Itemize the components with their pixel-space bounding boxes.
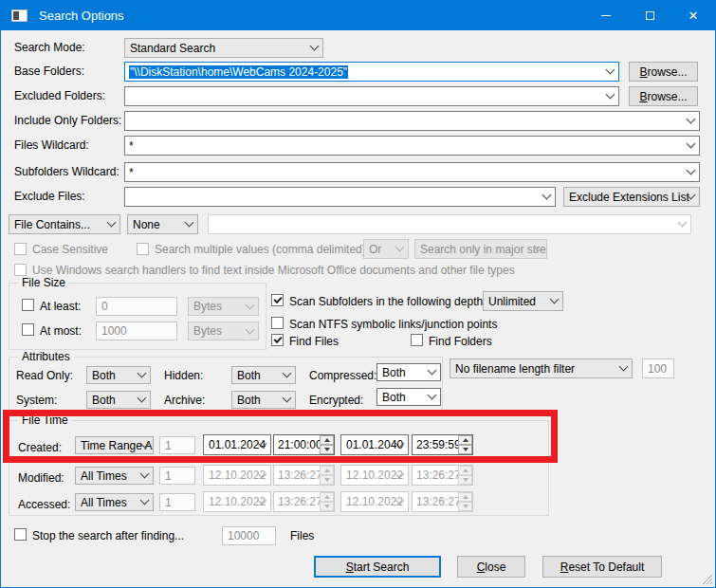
close-button[interactable]: ✕: [671, 1, 715, 30]
at-least-checkbox[interactable]: [22, 299, 34, 311]
chevron-down-icon[interactable]: [134, 367, 150, 383]
chevron-down-icon[interactable]: [103, 215, 119, 233]
scan-subfolders-checkbox[interactable]: [271, 294, 284, 306]
file-size-group-label: File Size: [18, 276, 69, 289]
filename-length-filter-select[interactable]: No filename length filter: [450, 358, 633, 378]
find-folders-label: Find Folders: [429, 335, 492, 348]
window-title: Search Options: [39, 9, 124, 23]
chevron-down-icon[interactable]: [137, 437, 153, 453]
chevron-down-icon[interactable]: [674, 215, 690, 233]
search-mode-select[interactable]: Standard Search: [124, 38, 323, 58]
filename-length-input[interactable]: 100: [642, 358, 674, 378]
chevron-down-icon[interactable]: [279, 367, 295, 383]
spin-up-button[interactable]: [458, 435, 472, 445]
read-only-select[interactable]: Both: [86, 366, 151, 384]
chevron-down-icon[interactable]: [134, 392, 150, 408]
created-count-input[interactable]: 1: [159, 436, 195, 454]
chevron-down-icon[interactable]: [546, 292, 562, 310]
created-date-to-select[interactable]: 01.01.2040: [340, 434, 409, 455]
chevron-down-icon[interactable]: [683, 163, 699, 181]
at-most-unit-value: Bytes: [193, 324, 222, 338]
compressed-value: Both: [382, 366, 406, 379]
subfolders-wildcard-combo[interactable]: *: [124, 162, 700, 182]
accessed-time-from-spinner: 13:26:27: [273, 491, 335, 512]
chevron-down-icon: [254, 466, 270, 485]
chevron-down-icon[interactable]: [279, 392, 295, 408]
chevron-down-icon[interactable]: [392, 435, 408, 454]
browse-excluded-folders-button[interactable]: Browse...: [629, 86, 698, 106]
at-least-label: At least:: [40, 300, 81, 313]
find-files-checkbox[interactable]: [271, 334, 284, 346]
exclude-files-combo[interactable]: [124, 187, 556, 207]
created-date-from-select[interactable]: 01.01.2024: [203, 434, 271, 455]
accessed-mode-select[interactable]: All Times: [75, 493, 154, 511]
chevron-down-icon[interactable]: [137, 494, 153, 510]
minimize-button[interactable]: [584, 1, 628, 30]
chevron-down-icon[interactable]: [137, 468, 153, 484]
search-mode-value: Standard Search: [130, 42, 215, 55]
hidden-select[interactable]: Both: [231, 366, 296, 384]
base-folders-combo[interactable]: "\\DiskStation\home\WebCams 2024-2025": [124, 62, 619, 82]
modified-time-to-value: 13:26:27: [416, 469, 461, 482]
encrypted-select[interactable]: Both: [376, 388, 441, 406]
system-select[interactable]: Both: [86, 391, 151, 409]
created-time-to-spinner[interactable]: 23:59:59: [412, 434, 473, 455]
system-label: System:: [16, 394, 57, 407]
chevron-down-icon[interactable]: [424, 364, 440, 380]
or-and-select: Or: [363, 239, 409, 259]
excluded-folders-combo[interactable]: [124, 86, 619, 106]
stop-after-checkbox[interactable]: [14, 528, 27, 541]
chevron-down-icon[interactable]: [683, 137, 699, 155]
files-wildcard-combo[interactable]: *: [124, 136, 700, 156]
files-wildcard-label: Files Wildcard:: [14, 138, 89, 152]
chevron-down-icon: [530, 240, 546, 258]
chevron-down-icon[interactable]: [683, 112, 699, 130]
contains-text-combo[interactable]: [208, 214, 691, 234]
accessed-time-to-value: 13:26:27: [416, 495, 461, 508]
exclude-extensions-list-select[interactable]: Exclude Extensions List: [563, 187, 700, 207]
modified-label: Modified:: [18, 471, 64, 485]
chevron-down-icon[interactable]: [181, 215, 197, 233]
ntfs-links-checkbox[interactable]: [271, 317, 284, 329]
close-dialog-button[interactable]: Close: [457, 556, 525, 578]
multiple-values-checkbox[interactable]: [137, 243, 149, 255]
start-search-button[interactable]: Start Search: [314, 556, 441, 578]
chevron-down-icon[interactable]: [424, 389, 440, 405]
scan-subfolders-label: Scan Subfolders in the following depth:: [289, 295, 486, 308]
file-contains-select[interactable]: File Contains...: [9, 214, 120, 234]
chevron-down-icon[interactable]: [254, 435, 270, 454]
archive-select[interactable]: Both: [231, 391, 296, 409]
chevron-down-icon: [242, 322, 258, 340]
at-most-input[interactable]: 1000: [96, 322, 177, 340]
include-only-folders-combo[interactable]: [124, 111, 700, 131]
at-most-checkbox[interactable]: [22, 323, 34, 336]
resize-grip[interactable]: [701, 573, 713, 585]
browse-base-folders-button[interactable]: Browse...: [629, 62, 698, 82]
at-least-input[interactable]: 0: [96, 297, 177, 316]
scan-depth-select[interactable]: Unlimited: [483, 291, 563, 311]
contains-type-value: None: [133, 218, 160, 231]
browse-button-label: Browse...: [639, 90, 687, 103]
compressed-select[interactable]: Both: [376, 363, 441, 381]
case-sensitive-checkbox[interactable]: [14, 243, 27, 255]
chevron-down-icon[interactable]: [615, 359, 632, 377]
created-time-from-spinner[interactable]: 21:00:00: [273, 434, 335, 455]
windows-search-handlers-checkbox[interactable]: [14, 264, 27, 276]
maximize-button[interactable]: [628, 1, 671, 30]
spin-down-button[interactable]: [458, 445, 472, 454]
chevron-down-icon[interactable]: [306, 39, 322, 57]
spin-up-button[interactable]: [320, 435, 334, 445]
spin-down-button[interactable]: [320, 445, 334, 454]
chevron-down-icon[interactable]: [539, 188, 555, 206]
modified-mode-select[interactable]: All Times: [75, 467, 154, 485]
reset-to-default-button[interactable]: Reset To Default: [542, 556, 662, 578]
chevron-down-icon[interactable]: [602, 63, 618, 81]
find-folders-checkbox[interactable]: [411, 334, 423, 346]
scan-depth-value: Unlimited: [488, 295, 536, 308]
chevron-down-icon[interactable]: [602, 87, 618, 105]
stop-after-input[interactable]: 10000: [222, 526, 276, 545]
chevron-down-icon[interactable]: [683, 188, 699, 206]
created-mode-select[interactable]: Time Range And: [75, 436, 154, 454]
contains-type-select[interactable]: None: [127, 214, 198, 234]
read-only-label: Read Only:: [16, 369, 73, 382]
